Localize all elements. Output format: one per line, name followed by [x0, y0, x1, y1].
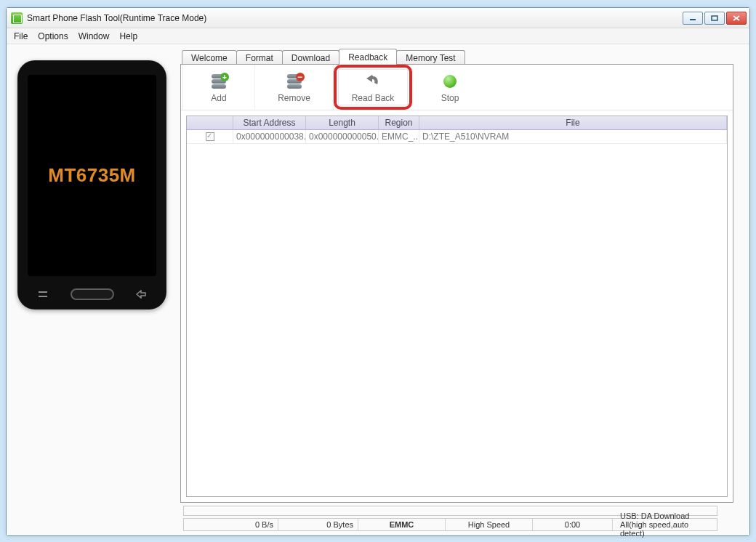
svg-rect-5 — [39, 296, 47, 297]
window-title: Smart Phone Flash Tool(Runtime Trace Mod… — [27, 13, 683, 23]
status-storage: EMMC — [358, 519, 446, 530]
app-icon — [11, 12, 23, 24]
cell-file: D:\ZTE_A510\NVRAM — [419, 130, 727, 143]
close-button[interactable] — [726, 12, 747, 25]
arrow-back-icon — [363, 71, 383, 92]
app-window: Smart Phone Flash Tool(Runtime Trace Mod… — [6, 7, 750, 536]
remove-button[interactable]: − Remove — [255, 65, 334, 110]
readback-table: Start Address Length Region File 0x00000… — [186, 116, 728, 497]
tab-format[interactable]: Format — [236, 50, 283, 65]
database-remove-icon: − — [284, 71, 305, 92]
readback-toolbar: + Add − Remove — [181, 65, 733, 110]
maximize-icon — [711, 15, 718, 21]
maximize-button[interactable] — [704, 12, 725, 25]
close-icon — [733, 15, 740, 21]
tab-memory-test[interactable]: Memory Test — [396, 50, 465, 65]
phone-screen: MT6735M — [28, 75, 156, 276]
readback-button[interactable]: Read Back — [338, 69, 408, 105]
table-header-length[interactable]: Length — [306, 116, 379, 129]
table-header-checkbox[interactable] — [187, 116, 233, 129]
phone-back-button-icon — [129, 288, 153, 301]
status-usb: USB: DA Download All(high speed,auto det… — [613, 519, 717, 530]
titlebar: Smart Phone Flash Tool(Runtime Trace Mod… — [7, 8, 749, 28]
phone-menu-button-icon — [31, 288, 55, 301]
phone-home-button-icon — [71, 288, 114, 300]
add-button-label: Add — [211, 93, 226, 103]
minimize-button[interactable] — [683, 12, 703, 25]
statusbar: 0 B/s 0 Bytes EMMC High Speed 0:00 USB: … — [183, 518, 717, 531]
remove-button-label: Remove — [278, 93, 310, 103]
status-bytes: 0 Bytes — [278, 519, 358, 530]
table-header: Start Address Length Region File — [187, 116, 727, 130]
row-checkbox[interactable] — [206, 132, 214, 141]
stop-button-label: Stop — [441, 93, 459, 103]
stop-icon — [440, 71, 460, 92]
table-header-file[interactable]: File — [419, 116, 727, 129]
database-add-icon: + — [209, 71, 229, 92]
minimize-icon — [689, 15, 696, 21]
tab-readback[interactable]: Readback — [339, 49, 397, 65]
phone-chip-label: MT6735M — [48, 164, 136, 187]
status-mode: High Speed — [446, 519, 533, 530]
cell-length: 0x000000000050... — [306, 130, 379, 143]
menu-file[interactable]: File — [14, 31, 28, 41]
menu-help[interactable]: Help — [119, 31, 137, 41]
stop-button[interactable]: Stop — [412, 65, 488, 110]
readback-button-highlight: Read Back — [334, 65, 412, 110]
status-time: 0:00 — [533, 519, 613, 530]
tab-bar: Welcome Format Download Readback Memory … — [180, 49, 733, 65]
tab-panel-readback: + Add − Remove — [180, 64, 733, 503]
svg-rect-4 — [39, 291, 47, 293]
menu-window[interactable]: Window — [79, 31, 110, 41]
table-header-region[interactable]: Region — [379, 116, 419, 129]
menu-options[interactable]: Options — [38, 31, 68, 41]
cell-region: EMMC_... — [379, 130, 419, 143]
status-speed: 0 B/s — [184, 519, 278, 530]
sidebar: BM MT6735M — [7, 44, 177, 535]
menubar: File Options Window Help — [7, 28, 749, 44]
tab-welcome[interactable]: Welcome — [182, 50, 237, 65]
phone-mockup: BM MT6735M — [17, 60, 166, 310]
table-row[interactable]: 0x000000000038... 0x000000000050... EMMC… — [187, 130, 727, 144]
svg-rect-1 — [712, 16, 717, 20]
readback-button-label: Read Back — [352, 93, 395, 103]
tab-download[interactable]: Download — [282, 50, 339, 65]
add-button[interactable]: + Add — [182, 65, 255, 110]
cell-start-address: 0x000000000038... — [233, 130, 306, 143]
table-header-start[interactable]: Start Address — [233, 116, 306, 129]
